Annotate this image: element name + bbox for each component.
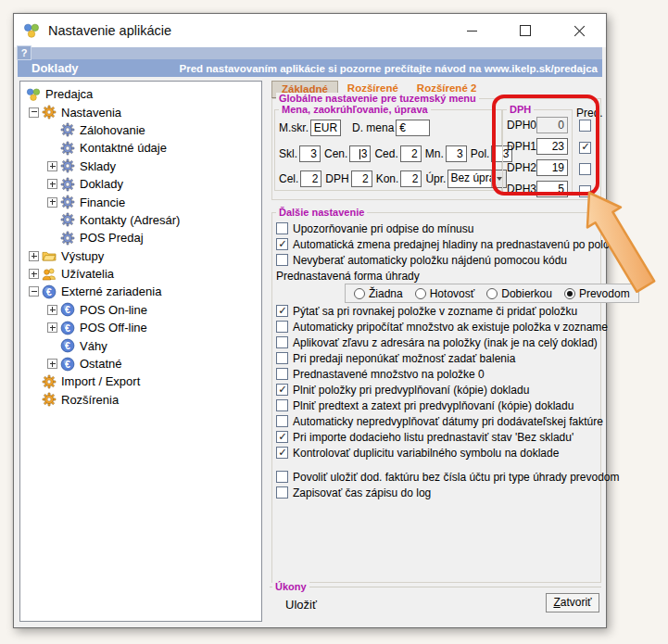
pred-checkbox-dph3[interactable]	[579, 185, 591, 197]
tree-item-užívatelia[interactable]: Užívatelia	[20, 265, 261, 283]
checkbox-upozorňovanie-pri-odpise-do-mínusu[interactable]	[276, 222, 288, 234]
gear-blue-icon	[60, 141, 75, 156]
tree-item-rozšírenia[interactable]: Rozšírenia	[20, 391, 261, 409]
radio-prevodom[interactable]	[564, 288, 575, 299]
close-icon[interactable]	[552, 14, 606, 47]
checkbox-label: Pýtať sa pri rovnakej položke v zozname …	[293, 305, 577, 318]
checkbox-nevyberať-automaticky-položku-nájdenú-po[interactable]	[276, 254, 288, 266]
tree-expand-plus-icon[interactable]	[29, 251, 39, 261]
checkbox-label: Aplikovať zľavu z adresára na položky (i…	[293, 336, 598, 349]
tree-item-import-export[interactable]: Import / Export	[20, 373, 261, 390]
pred-checkbox-dph1[interactable]	[579, 142, 591, 154]
tree-item-ostatné[interactable]: Ostatné	[20, 355, 261, 373]
tree-item-pos-on-line[interactable]: POS On-line	[20, 301, 261, 319]
checkbox-plniť-predtext-a-zatext-pri-predvyplňova[interactable]	[276, 399, 288, 411]
field-input-m-skr[interactable]: EUR	[310, 120, 341, 136]
tree-item-kontakty-adresár[interactable]: Kontakty (Adresár)	[20, 211, 261, 229]
close-dialog-button[interactable]: Zatvoriť	[546, 593, 599, 612]
tree-expand-plus-icon[interactable]	[47, 359, 57, 369]
radio-label: Hotovosť	[430, 287, 475, 300]
group-currency-rounding: Mena, zaokrúhľovanie, úprava M.skr.EURD.…	[274, 109, 502, 191]
setting-row-automaticky-pripočítať-množstvo-ak-exist: Automaticky pripočítať množstvo ak exist…	[276, 319, 599, 335]
checkbox-prednastavené-množstvo-na-položke-0[interactable]	[276, 368, 288, 380]
actions-section: Úkony Uložiť Zatvoriť	[270, 587, 601, 623]
tree-item-pos-off-line[interactable]: POS Off-line	[20, 319, 261, 336]
euro-icon	[60, 302, 75, 317]
field-input-mn[interactable]: 3	[446, 145, 467, 162]
radio-option-dobierkou[interactable]: Dobierkou	[486, 287, 552, 300]
help-button[interactable]: ?	[17, 45, 32, 60]
tree-item-váhy[interactable]: Váhy	[20, 336, 261, 354]
dph-input-dph1[interactable]: 23	[536, 138, 568, 155]
radio-hotovosť[interactable]	[415, 288, 426, 299]
tree-expand-plus-icon[interactable]	[47, 179, 57, 189]
pred-checkbox-dph2[interactable]	[579, 163, 591, 175]
upr-combobox-value: Bez úprav	[448, 170, 491, 187]
checkbox-plniť-položky-pri-predvyplňovaní-k-pie-d[interactable]	[276, 384, 288, 396]
checkbox-automaticky-pripočítať-množstvo-ak-exist[interactable]	[276, 321, 288, 333]
tree-item-label: POS Off-line	[80, 321, 147, 335]
radio-option-hotovosť[interactable]: Hotovosť	[415, 287, 475, 300]
checkbox-label: Povoliť uložiť dod. faktúru bez čísla úč…	[293, 471, 620, 484]
field-input-kon[interactable]: 2	[400, 170, 422, 187]
tree-expand-plus-icon[interactable]	[47, 322, 57, 333]
upr-combobox[interactable]: Bez úprav	[447, 170, 507, 188]
section-title: Doklady	[32, 61, 79, 75]
tree-item-kontaktné-údaje[interactable]: Kontaktné údaje	[20, 139, 261, 157]
checkbox-label: Plniť položky pri predvyplňovaní (kópie)…	[293, 384, 529, 397]
radio-žiadna[interactable]	[354, 288, 365, 299]
radio-option-žiadna[interactable]: Žiadna	[354, 287, 403, 300]
tree-item-label: Import / Export	[61, 374, 140, 388]
checkbox-pri-predaji-neponúkať-možnosť-zadať-bale[interactable]	[276, 352, 288, 364]
checkbox-automatická-zmena-predajnej-hladiny-na-p[interactable]	[276, 238, 288, 250]
tree-item-predajca[interactable]: Predajca	[20, 85, 261, 103]
radio-option-prevodom[interactable]: Prevodom	[564, 287, 630, 300]
tree-indent	[26, 251, 42, 261]
tree-item-nastavenia[interactable]: Nastavenia	[20, 103, 261, 120]
maximize-icon[interactable]	[498, 14, 552, 47]
save-button[interactable]: Uložiť	[285, 598, 317, 612]
tree-item-doklady[interactable]: Doklady	[20, 175, 261, 193]
dph-row-dph1: DPH123	[507, 138, 572, 154]
tree-item-financie[interactable]: Financie	[20, 193, 261, 210]
checkbox-aplikovať-zľavu-z-adresára-na-položky-in[interactable]	[276, 336, 288, 348]
field-input-d-mena[interactable]: €	[396, 120, 430, 136]
checkbox-povoliť-uložiť-dod-faktúru-bez-čísla-účt[interactable]	[276, 471, 288, 483]
checkbox-pýtať-sa-pri-rovnakej-položke-v-zozname-[interactable]	[276, 305, 288, 317]
field-input-skl[interactable]: 3	[299, 145, 321, 162]
dph-input-dph3[interactable]: 5	[536, 181, 568, 197]
tree-expand-plus-icon[interactable]	[47, 305, 57, 315]
field-input-cen[interactable]: 3	[349, 145, 371, 162]
dph-input-dph2[interactable]: 19	[536, 159, 568, 176]
payment-radio-group: ŽiadnaHotovosťDobierkouPrevodom	[345, 284, 639, 303]
tree-expand-plus-icon[interactable]	[47, 197, 57, 208]
group-dph: DPH DPH00DPH123DPH219DPH35	[502, 109, 573, 195]
checkbox-pri-importe-dodacieho-listu-prednastaviť[interactable]	[276, 431, 288, 443]
minimize-icon[interactable]	[445, 14, 498, 47]
field-label-dph: DPH	[325, 172, 348, 185]
tree-item-výstupy[interactable]: Výstupy	[20, 247, 261, 265]
checkbox-zapisovať-čas-zápisu-do-log[interactable]	[276, 486, 288, 499]
gear-blue-icon	[60, 212, 75, 227]
settings-tree: PredajcaNastaveniaZálohovanieKontaktné ú…	[19, 81, 262, 622]
header-notice: Pred nastavovaním aplikácie si pozorne p…	[180, 63, 598, 74]
checkbox-automaticky-nepredvyplňovať-dátumy-pri-d[interactable]	[276, 415, 288, 427]
checkbox-kontrolovať-duplicitu-variabilného-symbo[interactable]	[276, 447, 288, 459]
pred-checkbox-dph0[interactable]	[579, 120, 591, 132]
tree-item-externé-zariadenia[interactable]: Externé zariadenia	[20, 283, 261, 300]
tree-item-zálohovanie[interactable]: Zálohovanie	[20, 121, 261, 139]
euro-icon	[60, 321, 75, 335]
tree-item-pos-predaj[interactable]: POS Predaj	[20, 229, 261, 246]
tree-collapse-minus-icon[interactable]	[29, 107, 39, 118]
tree-item-sklady[interactable]: Sklady	[20, 158, 261, 175]
tree-expand-plus-icon[interactable]	[29, 269, 39, 279]
field-label-kon: Kon.	[376, 172, 399, 185]
tree-expand-plus-icon[interactable]	[47, 161, 57, 171]
field-input-dph[interactable]: 2	[351, 170, 372, 187]
radio-dobierkou[interactable]	[486, 288, 498, 299]
tree-collapse-minus-icon[interactable]	[29, 286, 39, 297]
field-input-ced[interactable]: 2	[400, 145, 422, 162]
currency-row-2: Skl.3Cen.3Ced.2Mn.3Pol.3	[279, 145, 516, 163]
group-global-title: Globálne nastavenie pre tuzemský menu	[276, 93, 479, 104]
field-input-cel[interactable]: 2	[300, 170, 321, 187]
